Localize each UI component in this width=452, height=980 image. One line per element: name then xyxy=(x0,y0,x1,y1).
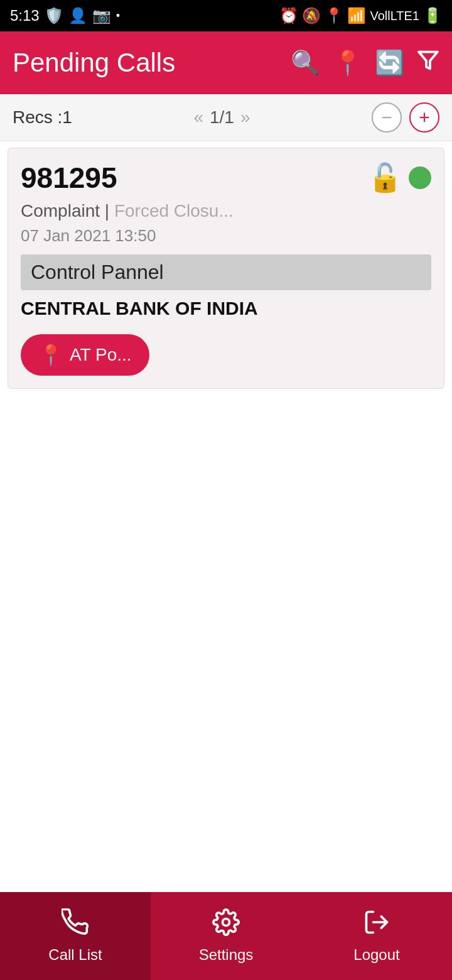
app-bar-icons: 🔍 📍 🔄 xyxy=(291,49,439,77)
wifi-icon: 📶 xyxy=(347,7,366,24)
separator: | xyxy=(105,201,114,220)
last-page-icon[interactable]: » xyxy=(240,107,250,128)
card-header: 981295 🔓 xyxy=(21,161,431,195)
forced-closure-label: Forced Closu... xyxy=(114,201,234,220)
gps-icon: 📍 xyxy=(325,7,343,24)
location-button[interactable]: 📍 AT Po... xyxy=(21,334,149,376)
location-btn-icon: 📍 xyxy=(38,343,63,367)
unlock-icon: 🔓 xyxy=(368,161,402,194)
status-green-dot xyxy=(409,166,431,189)
increment-button[interactable]: + xyxy=(409,102,439,133)
complaint-label: Complaint xyxy=(21,201,100,220)
bottom-nav: Call List Settings Logout xyxy=(0,892,452,980)
call-list-icon xyxy=(62,908,89,942)
decrement-button[interactable]: − xyxy=(372,102,402,133)
card-datetime: 07 Jan 2021 13:50 xyxy=(21,226,431,246)
alarm-icon: ⏰ xyxy=(279,7,298,24)
page-number: 1/1 xyxy=(210,107,234,128)
notification-dot: • xyxy=(116,9,120,23)
status-left: 5:13 🛡️ 👤 📷 • xyxy=(10,7,120,24)
app-icon-1: 🛡️ xyxy=(45,7,63,24)
svg-point-1 xyxy=(223,919,230,926)
call-list-label: Call List xyxy=(48,946,102,964)
bank-name: CENTRAL BANK OF INDIA xyxy=(21,298,431,319)
status-time: 5:13 xyxy=(10,7,40,24)
settings-icon xyxy=(212,908,240,942)
page-title: Pending Calls xyxy=(13,48,175,78)
app-icon-3: 📷 xyxy=(92,7,111,24)
status-bar: 5:13 🛡️ 👤 📷 • ⏰ 🔕 📍 📶 VollLTE1 🔋 xyxy=(0,0,452,31)
filter-icon[interactable] xyxy=(417,49,439,77)
pagination-controls: − + xyxy=(372,102,439,133)
records-label: Recs :1 xyxy=(13,107,72,128)
search-icon[interactable]: 🔍 xyxy=(291,49,320,77)
call-id[interactable]: 981295 xyxy=(21,161,117,195)
status-right: ⏰ 🔕 📍 📶 VollLTE1 🔋 xyxy=(279,7,442,24)
first-page-icon[interactable]: « xyxy=(193,107,203,128)
svg-marker-0 xyxy=(419,52,438,68)
card-status-icons: 🔓 xyxy=(368,161,431,194)
location-pin-icon[interactable]: 📍 xyxy=(333,49,362,77)
nav-settings[interactable]: Settings xyxy=(151,892,301,980)
card-type: Complaint | Forced Closu... xyxy=(21,201,431,221)
battery-icon: 🔋 xyxy=(423,7,442,24)
nav-call-list[interactable]: Call List xyxy=(0,892,151,980)
logout-icon xyxy=(363,908,390,942)
settings-label: Settings xyxy=(199,946,254,964)
app-icon-2: 👤 xyxy=(68,7,87,24)
control-panel-badge[interactable]: Control Pannel xyxy=(21,254,431,290)
mute-icon: 🔕 xyxy=(302,7,321,24)
nav-logout[interactable]: Logout xyxy=(301,892,452,980)
call-card: 981295 🔓 Complaint | Forced Closu... 07 … xyxy=(8,148,444,389)
location-label: AT Po... xyxy=(70,345,132,365)
refresh-icon[interactable]: 🔄 xyxy=(375,49,404,77)
logout-label: Logout xyxy=(353,946,399,964)
records-bar: Recs :1 « 1/1 » − + xyxy=(0,94,452,141)
pagination: « 1/1 » xyxy=(193,107,250,128)
app-bar: Pending Calls 🔍 📍 🔄 xyxy=(0,31,452,94)
signal-icon: VollLTE1 xyxy=(370,9,419,23)
